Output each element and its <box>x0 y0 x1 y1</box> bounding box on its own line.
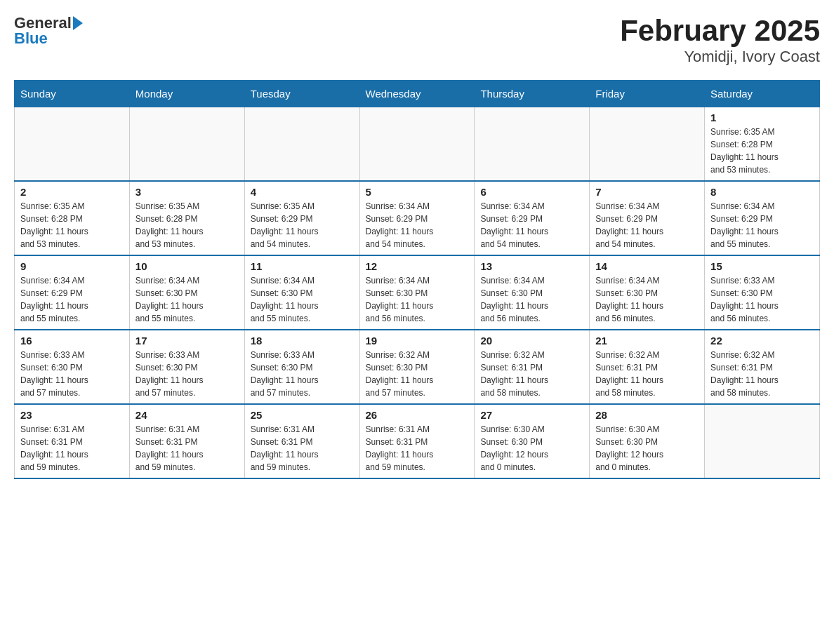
day-info: Sunrise: 6:35 AM Sunset: 6:28 PM Dayligh… <box>20 200 124 250</box>
calendar-cell: 9Sunrise: 6:34 AM Sunset: 6:29 PM Daylig… <box>15 255 130 330</box>
calendar-cell: 24Sunrise: 6:31 AM Sunset: 6:31 PM Dayli… <box>129 404 244 478</box>
day-number: 3 <box>135 186 239 198</box>
calendar-cell: 20Sunrise: 6:32 AM Sunset: 6:31 PM Dayli… <box>475 330 590 404</box>
day-number: 12 <box>366 260 469 272</box>
calendar-cell: 13Sunrise: 6:34 AM Sunset: 6:30 PM Dayli… <box>475 255 590 330</box>
day-info: Sunrise: 6:34 AM Sunset: 6:30 PM Dayligh… <box>251 274 354 325</box>
day-number: 19 <box>366 335 469 347</box>
calendar-week-row: 9Sunrise: 6:34 AM Sunset: 6:29 PM Daylig… <box>15 255 820 330</box>
day-info: Sunrise: 6:33 AM Sunset: 6:30 PM Dayligh… <box>251 349 354 399</box>
calendar-day-header: Saturday <box>705 81 820 107</box>
day-info: Sunrise: 6:30 AM Sunset: 6:30 PM Dayligh… <box>480 423 583 474</box>
calendar-cell: 25Sunrise: 6:31 AM Sunset: 6:31 PM Dayli… <box>244 404 359 478</box>
calendar-week-row: 1Sunrise: 6:35 AM Sunset: 6:28 PM Daylig… <box>15 107 820 182</box>
day-number: 10 <box>135 260 239 272</box>
day-number: 1 <box>710 112 814 123</box>
day-info: Sunrise: 6:31 AM Sunset: 6:31 PM Dayligh… <box>366 423 469 474</box>
calendar-day-header: Thursday <box>475 81 590 107</box>
calendar-cell <box>15 107 130 182</box>
day-number: 18 <box>251 335 354 347</box>
calendar-cell: 11Sunrise: 6:34 AM Sunset: 6:30 PM Dayli… <box>244 255 359 330</box>
day-info: Sunrise: 6:33 AM Sunset: 6:30 PM Dayligh… <box>20 349 124 399</box>
calendar-cell <box>129 107 244 182</box>
calendar-cell: 3Sunrise: 6:35 AM Sunset: 6:28 PM Daylig… <box>129 181 244 255</box>
day-number: 23 <box>20 409 124 421</box>
calendar-cell: 7Sunrise: 6:34 AM Sunset: 6:29 PM Daylig… <box>590 181 705 255</box>
calendar-cell: 14Sunrise: 6:34 AM Sunset: 6:30 PM Dayli… <box>590 255 705 330</box>
title-block: February 2025 Yomidji, Ivory Coast <box>620 14 820 66</box>
calendar-cell: 26Sunrise: 6:31 AM Sunset: 6:31 PM Dayli… <box>359 404 475 478</box>
calendar-body: 1Sunrise: 6:35 AM Sunset: 6:28 PM Daylig… <box>15 107 820 479</box>
day-number: 22 <box>710 335 814 347</box>
day-number: 11 <box>251 260 354 272</box>
day-number: 27 <box>480 409 583 421</box>
logo: General Blue <box>14 14 83 48</box>
calendar-cell: 16Sunrise: 6:33 AM Sunset: 6:30 PM Dayli… <box>15 330 130 404</box>
page-title: February 2025 <box>620 14 820 48</box>
day-info: Sunrise: 6:32 AM Sunset: 6:31 PM Dayligh… <box>595 349 699 399</box>
day-info: Sunrise: 6:34 AM Sunset: 6:29 PM Dayligh… <box>710 200 814 250</box>
calendar-cell <box>590 107 705 182</box>
day-info: Sunrise: 6:32 AM Sunset: 6:31 PM Dayligh… <box>710 349 814 399</box>
day-number: 6 <box>480 186 583 198</box>
calendar-cell: 6Sunrise: 6:34 AM Sunset: 6:29 PM Daylig… <box>475 181 590 255</box>
day-info: Sunrise: 6:34 AM Sunset: 6:30 PM Dayligh… <box>366 274 469 325</box>
page-subtitle: Yomidji, Ivory Coast <box>620 48 820 66</box>
calendar-cell: 17Sunrise: 6:33 AM Sunset: 6:30 PM Dayli… <box>129 330 244 404</box>
day-info: Sunrise: 6:33 AM Sunset: 6:30 PM Dayligh… <box>135 349 239 399</box>
calendar-header: SundayMondayTuesdayWednesdayThursdayFrid… <box>15 81 820 107</box>
day-number: 2 <box>20 186 124 198</box>
day-info: Sunrise: 6:34 AM Sunset: 6:29 PM Dayligh… <box>480 200 583 250</box>
calendar-cell: 2Sunrise: 6:35 AM Sunset: 6:28 PM Daylig… <box>15 181 130 255</box>
day-info: Sunrise: 6:30 AM Sunset: 6:30 PM Dayligh… <box>595 423 699 474</box>
day-number: 7 <box>595 186 699 198</box>
day-number: 16 <box>20 335 124 347</box>
calendar-day-header: Monday <box>129 81 244 107</box>
day-number: 8 <box>710 186 814 198</box>
day-info: Sunrise: 6:35 AM Sunset: 6:29 PM Dayligh… <box>251 200 354 250</box>
calendar-week-row: 23Sunrise: 6:31 AM Sunset: 6:31 PM Dayli… <box>15 404 820 478</box>
day-number: 17 <box>135 335 239 347</box>
calendar-day-header: Sunday <box>15 81 130 107</box>
day-number: 9 <box>20 260 124 272</box>
calendar-cell: 12Sunrise: 6:34 AM Sunset: 6:30 PM Dayli… <box>359 255 475 330</box>
day-info: Sunrise: 6:31 AM Sunset: 6:31 PM Dayligh… <box>20 423 124 474</box>
day-number: 20 <box>480 335 583 347</box>
calendar-cell: 19Sunrise: 6:32 AM Sunset: 6:30 PM Dayli… <box>359 330 475 404</box>
logo-blue-text: Blue <box>14 29 48 48</box>
calendar-day-header: Friday <box>590 81 705 107</box>
calendar-cell: 5Sunrise: 6:34 AM Sunset: 6:29 PM Daylig… <box>359 181 475 255</box>
calendar-cell: 27Sunrise: 6:30 AM Sunset: 6:30 PM Dayli… <box>475 404 590 478</box>
day-number: 25 <box>251 409 354 421</box>
logo-arrow-icon <box>73 16 83 30</box>
day-info: Sunrise: 6:33 AM Sunset: 6:30 PM Dayligh… <box>710 274 814 325</box>
calendar-cell: 8Sunrise: 6:34 AM Sunset: 6:29 PM Daylig… <box>705 181 820 255</box>
calendar-cell <box>705 404 820 478</box>
calendar-week-row: 2Sunrise: 6:35 AM Sunset: 6:28 PM Daylig… <box>15 181 820 255</box>
day-number: 5 <box>366 186 469 198</box>
calendar-cell: 15Sunrise: 6:33 AM Sunset: 6:30 PM Dayli… <box>705 255 820 330</box>
calendar-cell: 28Sunrise: 6:30 AM Sunset: 6:30 PM Dayli… <box>590 404 705 478</box>
day-info: Sunrise: 6:34 AM Sunset: 6:29 PM Dayligh… <box>20 274 124 325</box>
day-info: Sunrise: 6:34 AM Sunset: 6:30 PM Dayligh… <box>595 274 699 325</box>
day-info: Sunrise: 6:35 AM Sunset: 6:28 PM Dayligh… <box>135 200 239 250</box>
calendar-cell <box>244 107 359 182</box>
calendar-day-header: Tuesday <box>244 81 359 107</box>
calendar-cell: 1Sunrise: 6:35 AM Sunset: 6:28 PM Daylig… <box>705 107 820 182</box>
page-header: General Blue February 2025 Yomidji, Ivor… <box>14 14 820 66</box>
calendar-cell <box>359 107 475 182</box>
day-number: 4 <box>251 186 354 198</box>
day-info: Sunrise: 6:34 AM Sunset: 6:30 PM Dayligh… <box>135 274 239 325</box>
day-number: 13 <box>480 260 583 272</box>
day-info: Sunrise: 6:34 AM Sunset: 6:30 PM Dayligh… <box>480 274 583 325</box>
calendar-cell: 4Sunrise: 6:35 AM Sunset: 6:29 PM Daylig… <box>244 181 359 255</box>
day-number: 24 <box>135 409 239 421</box>
day-number: 15 <box>710 260 814 272</box>
day-number: 14 <box>595 260 699 272</box>
calendar-cell: 22Sunrise: 6:32 AM Sunset: 6:31 PM Dayli… <box>705 330 820 404</box>
day-info: Sunrise: 6:32 AM Sunset: 6:30 PM Dayligh… <box>366 349 469 399</box>
day-number: 26 <box>366 409 469 421</box>
day-number: 21 <box>595 335 699 347</box>
calendar-day-header: Wednesday <box>359 81 475 107</box>
calendar-header-row: SundayMondayTuesdayWednesdayThursdayFrid… <box>15 81 820 107</box>
